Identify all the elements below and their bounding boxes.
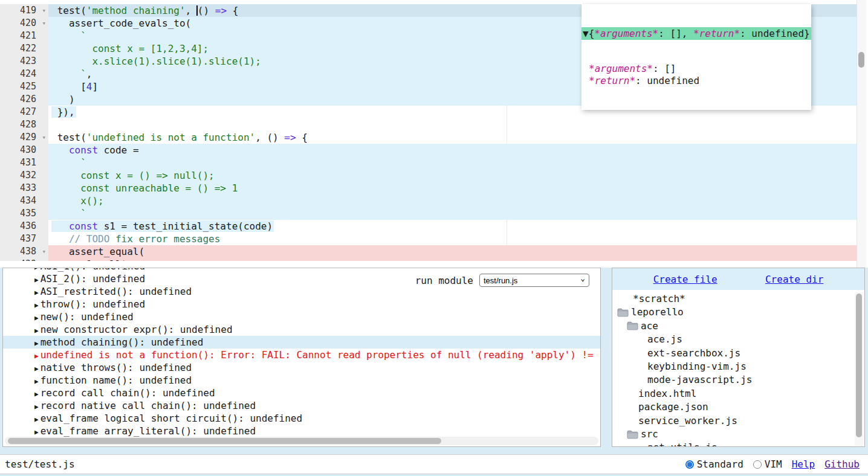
expand-triangle-icon[interactable]: ▶	[34, 403, 39, 411]
keybinding-vim-option[interactable]: VIM	[753, 458, 782, 470]
code-line-text[interactable]: const x = () => null();	[48, 169, 858, 182]
line-number[interactable]: 427	[0, 106, 48, 118]
results-horizontal-scrollbar[interactable]	[5, 437, 598, 445]
code-line[interactable]: 436 const s1 = test_initial_state(code)	[0, 220, 858, 233]
expand-triangle-icon[interactable]: ▶	[34, 327, 39, 335]
test-result-item[interactable]: ▶throw(): undefined	[3, 298, 600, 310]
code-editor[interactable]: 419▾ test('method chaining', () => {420▾…	[0, 0, 868, 268]
keybinding-standard-option[interactable]: Standard	[685, 458, 743, 470]
github-link[interactable]: Github	[824, 458, 860, 470]
expand-triangle-icon[interactable]: ▶	[34, 339, 39, 347]
test-result-item[interactable]: ▶record call chain(): undefined	[3, 387, 600, 399]
expand-triangle-icon[interactable]: ▶	[34, 268, 39, 271]
code-line[interactable]: 438▾ assert_equal(	[0, 245, 858, 258]
line-number[interactable]: 436	[0, 220, 48, 233]
line-number[interactable]: 430	[0, 144, 48, 156]
test-result-item[interactable]: ▶eval_frame logical short circuit(): und…	[3, 412, 600, 425]
standard-radio[interactable]	[685, 460, 694, 469]
code-line[interactable]: 429▾ test('undefined is not a function',…	[0, 131, 858, 144]
tree-file-item[interactable]: ace.js	[612, 333, 855, 346]
code-line-text[interactable]: assert_equal(	[48, 245, 858, 258]
tree-file-item[interactable]: keybinding-vim.js	[612, 360, 855, 373]
fold-arrow-icon[interactable]: ▾	[42, 131, 46, 144]
line-number[interactable]: 419▾	[0, 4, 48, 17]
line-number[interactable]: 434	[0, 195, 48, 207]
vim-radio[interactable]	[753, 460, 762, 469]
line-number[interactable]: 429▾	[0, 131, 48, 144]
fold-arrow-icon[interactable]: ▾	[42, 4, 46, 17]
results-scrollbar-thumb[interactable]	[8, 438, 441, 444]
line-number[interactable]: 421	[0, 30, 48, 42]
code-line[interactable]: 439 s1.calltree	[0, 258, 858, 261]
create-file-link[interactable]: Create file	[653, 274, 717, 285]
code-line[interactable]: 434 x();	[0, 195, 858, 207]
line-number[interactable]: 437	[0, 233, 48, 245]
expand-triangle-icon[interactable]: ▶	[34, 301, 39, 309]
expand-triangle-icon[interactable]: ▶	[34, 276, 39, 284]
line-number[interactable]: 435	[0, 207, 48, 220]
code-line[interactable]: 431 `	[0, 156, 858, 169]
test-result-item[interactable]: ▶new(): undefined	[3, 310, 600, 323]
code-line[interactable]: 437 // TODO fix error messages	[0, 233, 858, 245]
line-number[interactable]: 438▾	[0, 245, 48, 258]
code-line-text[interactable]: const s1 = test_initial_state(code)	[48, 220, 858, 233]
line-number[interactable]: 420▾	[0, 17, 48, 30]
code-line-text[interactable]: const code =	[48, 144, 858, 156]
tree-file-item[interactable]: ext-searchbox.js	[612, 347, 855, 360]
code-line-text[interactable]: const unreachable = () => 1	[48, 182, 858, 195]
test-result-item[interactable]: ▶function name(): undefined	[3, 374, 600, 387]
code-line[interactable]: 435 `	[0, 207, 858, 220]
code-line[interactable]: 428	[0, 118, 858, 131]
code-line-text[interactable]: `	[48, 207, 858, 220]
expand-triangle-icon[interactable]: ▶	[34, 289, 39, 297]
code-line-text[interactable]: test('undefined is not a function', () =…	[48, 131, 858, 144]
expand-triangle-icon[interactable]: ▶	[34, 378, 39, 385]
tree-folder-item[interactable]: leporello	[612, 306, 855, 319]
tree-file-item[interactable]: index.html	[612, 387, 855, 400]
test-result-item[interactable]: ▶undefined is not a function(): Error: F…	[3, 349, 600, 361]
code-line-text[interactable]	[48, 118, 858, 131]
tree-folder-item[interactable]: src	[612, 428, 855, 441]
code-line-text[interactable]: `	[48, 156, 858, 169]
inspector-row[interactable]: *return*: undefined	[581, 75, 811, 87]
line-number[interactable]: 425	[0, 80, 48, 93]
line-number[interactable]: 432	[0, 169, 48, 182]
tree-file-item[interactable]: package.json	[612, 400, 855, 414]
tree-folder-item[interactable]: ace	[612, 320, 855, 333]
line-number[interactable]: 428	[0, 118, 48, 131]
test-result-item[interactable]: ▶record native call chain(): undefined	[3, 399, 600, 412]
tree-file-item[interactable]: service_worker.js	[612, 414, 855, 428]
editor-scrollbar-thumb[interactable]	[858, 52, 864, 68]
line-number[interactable]: 426	[0, 93, 48, 106]
expand-triangle-icon[interactable]: ▶	[34, 314, 39, 322]
help-link[interactable]: Help	[792, 458, 815, 470]
test-result-item[interactable]: ▶ASI_restrited(): undefined	[3, 285, 600, 298]
line-number[interactable]: 439	[0, 258, 48, 261]
code-line[interactable]: 432 const x = () => null();	[0, 169, 858, 182]
line-number[interactable]: 423	[0, 55, 48, 68]
code-line-text[interactable]: x();	[48, 195, 858, 207]
test-result-item[interactable]: ▶native throws(): undefined	[3, 361, 600, 374]
fold-arrow-icon[interactable]: ▾	[42, 17, 46, 30]
expand-triangle-icon[interactable]: ▶	[34, 428, 39, 436]
create-dir-link[interactable]: Create dir	[765, 274, 823, 285]
expand-triangle-icon[interactable]: ▶	[34, 365, 39, 373]
test-result-item[interactable]: ▶method chaining(): undefined	[3, 336, 600, 349]
tree-file-item[interactable]: *scratch*	[612, 292, 855, 306]
expand-triangle-icon[interactable]: ▶	[34, 352, 39, 360]
line-number[interactable]: 433	[0, 182, 48, 195]
tree-vertical-scrollbar[interactable]	[855, 292, 864, 446]
editor-vertical-scrollbar[interactable]	[857, 0, 866, 268]
code-line-text[interactable]: // TODO fix error messages	[48, 233, 858, 245]
expand-triangle-icon[interactable]: ▶	[34, 416, 39, 423]
inspector-row[interactable]: *arguments*: []	[581, 63, 811, 75]
fold-arrow-icon[interactable]: ▾	[42, 245, 46, 258]
line-number[interactable]: 422	[0, 42, 48, 55]
line-number[interactable]: 424	[0, 68, 48, 80]
expand-triangle-icon[interactable]: ▶	[34, 390, 39, 398]
tree-scrollbar-thumb[interactable]	[856, 294, 862, 437]
inspector-header[interactable]: ▼{*arguments*: [], *return*: undefined}	[581, 27, 811, 40]
tree-file-item[interactable]: mode-javascript.js	[612, 373, 855, 387]
code-line[interactable]: 430 const code =	[0, 144, 858, 156]
code-line[interactable]: 433 const unreachable = () => 1	[0, 182, 858, 195]
